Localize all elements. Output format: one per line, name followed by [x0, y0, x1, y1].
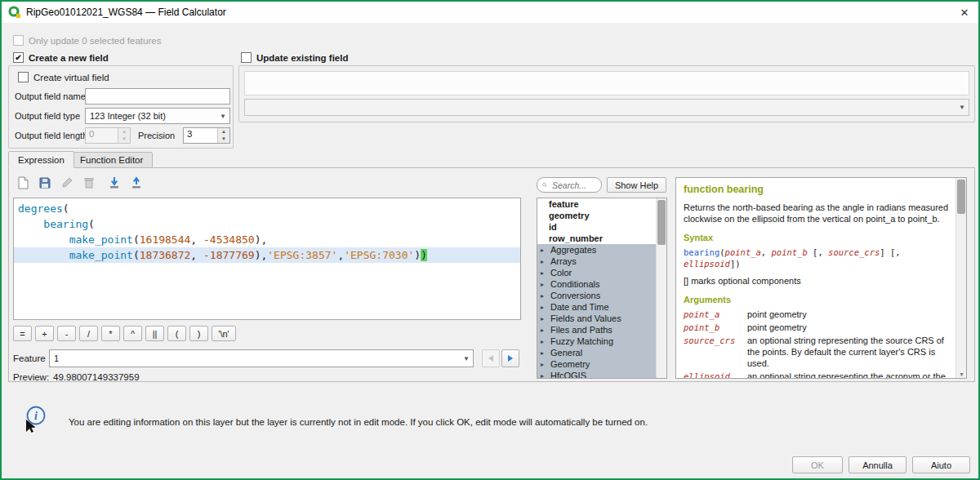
- function-search-input[interactable]: [550, 180, 596, 191]
- checkbox-create-new-field[interactable]: ✔ Create a new field: [13, 52, 109, 63]
- pencil-icon: [60, 176, 74, 189]
- function-list-scrollbar[interactable]: [656, 198, 666, 378]
- chevron-down-icon: ▼: [216, 113, 229, 120]
- syntax-token: ellipsoid: [684, 259, 730, 269]
- function-item-row-number[interactable]: row_number: [537, 233, 657, 244]
- function-group-arrays[interactable]: ▸Arrays: [537, 256, 657, 267]
- operator-multiply-button[interactable]: *: [101, 326, 120, 341]
- import-expression-button[interactable]: [105, 173, 124, 193]
- function-group-geometry[interactable]: ▸Geometry: [537, 358, 657, 370]
- function-search[interactable]: [537, 177, 602, 193]
- code-token: ),: [255, 249, 268, 261]
- function-group-fuzzy-matching[interactable]: ▸Fuzzy Matching: [537, 336, 657, 347]
- operator-concat-button[interactable]: ||: [145, 326, 164, 341]
- argument-description: an optional string representing the sour…: [747, 335, 951, 369]
- checkbox-update-existing-field[interactable]: Update existing field: [241, 52, 348, 63]
- function-group-hfcqgis[interactable]: ▸HfcQGIS: [537, 370, 657, 379]
- checkbox-label: Create a new field: [29, 53, 109, 63]
- operator-close-paren-button[interactable]: ): [189, 326, 208, 341]
- save-expression-button[interactable]: [35, 173, 55, 193]
- checkbox-label: Update existing field: [256, 53, 348, 63]
- scroll-down-arrow-icon[interactable]: ▼: [959, 371, 964, 377]
- code-token: degrees: [18, 202, 63, 215]
- show-help-button[interactable]: Show Help: [607, 177, 666, 193]
- new-file-icon: [16, 176, 29, 189]
- code-token: (: [88, 218, 95, 230]
- operator-power-button[interactable]: ^: [123, 326, 142, 341]
- code-token: ): [414, 249, 421, 261]
- checkbox-create-virtual-field[interactable]: Create virtual field: [18, 72, 109, 82]
- function-group-conversions[interactable]: ▸Conversions: [537, 290, 657, 301]
- code-token: make_point: [69, 233, 133, 246]
- code-token: (: [133, 249, 140, 261]
- code-token: 16198544: [140, 233, 191, 246]
- checkbox-label: Only update 0 selected features: [29, 36, 161, 46]
- scrollbar-thumb[interactable]: [657, 200, 666, 245]
- function-group-fields-values[interactable]: ▸Fields and Values: [537, 313, 657, 324]
- operator-minus-button[interactable]: -: [57, 326, 76, 341]
- syntax-token: ] [,: [880, 247, 900, 257]
- preview-label: Preview:: [13, 372, 49, 382]
- operator-newline-button[interactable]: '\n': [212, 326, 236, 341]
- syntax-token: ]): [730, 259, 741, 269]
- argument-row: source_crs an optional string representi…: [684, 335, 951, 369]
- precision-spinbox[interactable]: 3 ▲▼: [183, 127, 230, 144]
- expand-arrow-icon: ▸: [541, 269, 547, 277]
- tab-function-editor[interactable]: Function Editor: [70, 152, 153, 168]
- export-expression-button[interactable]: [127, 173, 146, 193]
- tab-label: Function Editor: [80, 155, 143, 165]
- checkbox-box: ✔: [13, 52, 24, 63]
- help-panel-scrollbar[interactable]: ▼: [956, 178, 966, 378]
- code-token: ,: [190, 249, 203, 261]
- help-description: Returns the north-based bearing as the a…: [684, 202, 951, 224]
- operator-open-paren-button[interactable]: (: [167, 326, 186, 341]
- operator-equals-button[interactable]: =: [13, 326, 32, 341]
- argument-name: point_a: [684, 309, 747, 320]
- code-token: ,: [190, 233, 203, 246]
- next-feature-button[interactable]: [501, 349, 519, 367]
- checkbox-label: Create virtual field: [33, 73, 109, 82]
- function-group-general[interactable]: ▸General: [537, 347, 657, 358]
- expression-editor[interactable]: degrees( bearing( make_point(16198544, -…: [13, 198, 521, 320]
- output-field-type-combo[interactable]: 123 Integer (32 bit) ▼: [85, 108, 230, 124]
- checkbox-box: [241, 52, 252, 63]
- combo-value: 1: [54, 353, 59, 363]
- function-item-geometry[interactable]: geometry: [537, 210, 657, 221]
- output-field-name-input[interactable]: [85, 88, 230, 104]
- function-group-conditionals[interactable]: ▸Conditionals: [537, 278, 657, 290]
- help-button[interactable]: Aiuto: [912, 456, 970, 473]
- preview-value: 49.98007149337959: [53, 372, 140, 382]
- output-field-type-label: Output field type: [15, 111, 80, 121]
- function-item-feature[interactable]: feature: [537, 198, 657, 210]
- function-group-color[interactable]: ▸Color: [537, 267, 657, 278]
- function-group-files-paths[interactable]: ▸Files and Paths: [537, 324, 657, 336]
- tab-expression[interactable]: Expression: [8, 151, 74, 168]
- argument-row: ellipsoid an optional string representin…: [684, 371, 951, 379]
- ok-button[interactable]: OK: [792, 456, 843, 473]
- scrollbar-thumb[interactable]: [957, 180, 965, 214]
- function-group-aggregates[interactable]: ▸Aggregates: [537, 244, 657, 256]
- new-expression-button[interactable]: [13, 173, 33, 193]
- feature-combo[interactable]: 1 ▼: [49, 349, 474, 367]
- operator-divide-button[interactable]: /: [79, 326, 98, 341]
- close-icon[interactable]: ✕: [957, 5, 972, 20]
- argument-row: point_b point geometry: [684, 322, 951, 333]
- spin-down-icon: ▼: [118, 136, 130, 143]
- delete-expression-button: [79, 173, 99, 193]
- spin-buttons[interactable]: ▲▼: [217, 128, 229, 143]
- function-group-label: Fields and Values: [550, 313, 621, 323]
- operator-plus-button[interactable]: +: [35, 326, 54, 341]
- output-field-length-label: Output field length: [15, 131, 87, 140]
- function-group-label: Geometry: [550, 359, 590, 369]
- code-token: (: [63, 202, 69, 215]
- syntax-token: point_a: [725, 247, 761, 257]
- feature-label: Feature: [13, 353, 46, 363]
- function-group-label: General: [550, 348, 582, 358]
- function-group-date-time[interactable]: ▸Date and Time: [537, 301, 657, 313]
- code-token: -4534850: [203, 233, 255, 246]
- expand-arrow-icon: ▸: [541, 292, 547, 300]
- function-item-id[interactable]: id: [537, 221, 657, 233]
- arguments-heading: Arguments: [684, 294, 951, 305]
- cancel-button[interactable]: Annulla: [849, 456, 906, 473]
- checkmark-icon: ✔: [15, 54, 21, 62]
